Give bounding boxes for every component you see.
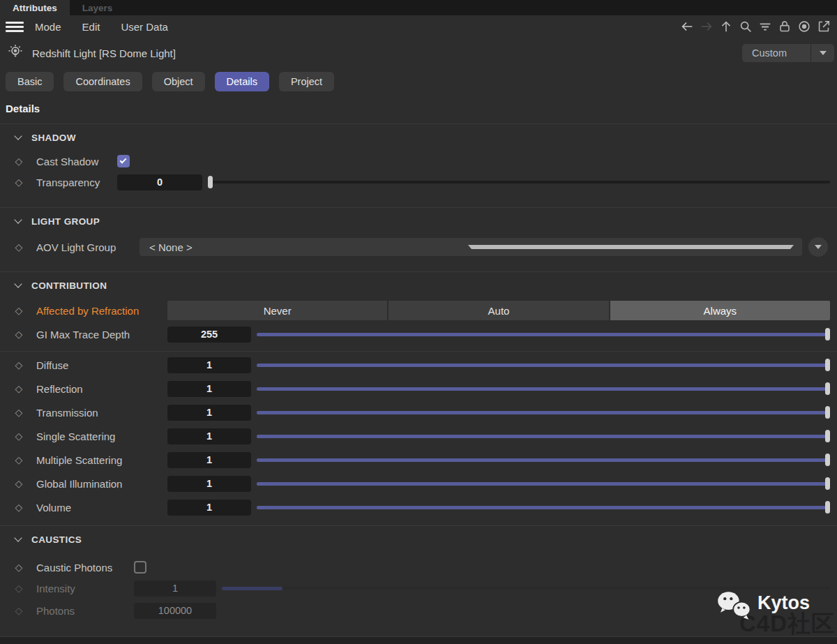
open-in-new-icon[interactable] bbox=[816, 19, 831, 34]
volume-slider[interactable] bbox=[257, 500, 830, 514]
parameter-label: Cast Shadow bbox=[36, 156, 117, 167]
menu-mode[interactable]: Mode bbox=[35, 21, 61, 33]
menu-user-data[interactable]: User Data bbox=[121, 21, 168, 33]
keyframe-diamond-icon[interactable]: ◇ bbox=[14, 502, 24, 512]
cast-shadow-checkbox[interactable] bbox=[117, 155, 130, 167]
aov-options-button[interactable] bbox=[808, 237, 828, 257]
tab-attributes[interactable]: Attributes bbox=[0, 0, 70, 15]
section-title: CONTRIBUTION bbox=[31, 280, 107, 291]
section-header-contribution[interactable]: CONTRIBUTION bbox=[0, 272, 837, 292]
diffuse-slider[interactable] bbox=[257, 358, 830, 372]
section-caustics: CAUSTICS ◇ Caustic Photons ◇ Intensity 1… bbox=[0, 525, 837, 636]
slider-handle[interactable] bbox=[825, 382, 830, 395]
parameter-label: Diffuse bbox=[36, 359, 167, 371]
row-aov-light-group: ◇ AOV Light Group < None > bbox=[0, 237, 837, 257]
row-caustic-photons: ◇ Caustic Photons bbox=[0, 557, 837, 577]
global-illumination-slider[interactable] bbox=[257, 477, 830, 491]
tab-basic[interactable]: Basic bbox=[6, 72, 54, 91]
search-icon[interactable] bbox=[738, 19, 753, 34]
segment-auto[interactable]: Auto bbox=[389, 301, 608, 320]
parameter-label: Intensity bbox=[36, 583, 134, 594]
keyframe-diamond-icon[interactable]: ◇ bbox=[14, 455, 24, 465]
keyframe-diamond-icon[interactable]: ◇ bbox=[14, 156, 24, 166]
row-intensity: ◇ Intensity 1 bbox=[0, 577, 837, 599]
tab-layers[interactable]: Layers bbox=[70, 0, 126, 15]
hamburger-menu-icon[interactable] bbox=[6, 22, 24, 32]
parameter-label: Multiple Scattering bbox=[36, 454, 167, 466]
keyframe-diamond-icon[interactable]: ◇ bbox=[14, 479, 24, 488]
preset-dropdown[interactable]: Custom bbox=[742, 44, 834, 62]
filter-icon[interactable] bbox=[757, 19, 773, 34]
keyframe-diamond-icon[interactable]: ◇ bbox=[14, 177, 24, 187]
aov-light-group-dropdown[interactable]: < None > bbox=[140, 238, 802, 256]
slider-handle[interactable] bbox=[208, 176, 213, 188]
single-scattering-slider[interactable] bbox=[257, 429, 830, 443]
reflection-field[interactable]: 1 bbox=[167, 381, 251, 397]
field-value: 1 bbox=[206, 502, 212, 513]
back-icon[interactable] bbox=[679, 19, 695, 34]
transmission-field[interactable]: 1 bbox=[167, 405, 251, 421]
row-gi-max-trace-depth: ◇ GI Max Trace Depth 255 bbox=[0, 324, 837, 344]
tab-object[interactable]: Object bbox=[152, 72, 205, 91]
parameter-label: AOV Light Group bbox=[36, 241, 140, 253]
preset-value: Custom bbox=[742, 44, 810, 62]
section-light-group: LIGHT GROUP ◇ AOV Light Group < None > bbox=[0, 207, 837, 271]
diffuse-field[interactable]: 1 bbox=[167, 357, 251, 373]
reflection-slider[interactable] bbox=[257, 382, 830, 396]
slider-handle[interactable] bbox=[825, 359, 830, 371]
keyframe-diamond-icon: ◇ bbox=[14, 583, 24, 593]
tab-coordinates[interactable]: Coordinates bbox=[63, 72, 142, 91]
dome-light-icon bbox=[6, 42, 25, 64]
row-transmission: ◇ Transmission 1 bbox=[0, 400, 837, 424]
parameter-label: Affected by Refraction bbox=[36, 305, 167, 317]
keyframe-diamond-icon[interactable]: ◇ bbox=[14, 384, 24, 394]
chevron-down-icon[interactable] bbox=[810, 44, 834, 62]
single-scattering-field[interactable]: 1 bbox=[167, 428, 251, 444]
keyframe-diamond-icon[interactable]: ◇ bbox=[14, 431, 24, 441]
record-icon[interactable] bbox=[797, 19, 812, 34]
section-title: SHADOW bbox=[31, 133, 76, 143]
keyframe-diamond-icon[interactable]: ◇ bbox=[14, 306, 24, 315]
tab-project[interactable]: Project bbox=[279, 72, 334, 91]
gi-max-trace-depth-field[interactable]: 255 bbox=[167, 327, 251, 343]
field-value: 1 bbox=[206, 454, 212, 465]
parameter-label: Volume bbox=[36, 502, 167, 514]
gi-max-trace-depth-slider[interactable] bbox=[257, 327, 830, 341]
section-header-shadow[interactable]: SHADOW bbox=[0, 124, 837, 144]
forward-icon[interactable] bbox=[699, 19, 714, 34]
field-value: 0 bbox=[157, 177, 163, 188]
keyframe-diamond-icon[interactable]: ◇ bbox=[14, 329, 24, 339]
segment-always[interactable]: Always bbox=[610, 301, 830, 320]
transparency-slider[interactable] bbox=[208, 175, 830, 189]
tab-details[interactable]: Details bbox=[215, 72, 269, 91]
keyframe-diamond-icon[interactable]: ◇ bbox=[14, 360, 24, 370]
field-value: 1 bbox=[206, 478, 212, 489]
volume-field[interactable]: 1 bbox=[167, 500, 251, 516]
up-arrow-icon[interactable] bbox=[718, 19, 734, 34]
global-illumination-field[interactable]: 1 bbox=[167, 476, 251, 492]
lock-icon[interactable] bbox=[777, 19, 792, 34]
divider bbox=[0, 351, 837, 352]
slider-handle[interactable] bbox=[825, 406, 830, 419]
intensity-field: 1 bbox=[134, 581, 216, 597]
slider-handle[interactable] bbox=[825, 430, 830, 442]
section-header-light-group[interactable]: LIGHT GROUP bbox=[0, 208, 837, 228]
section-shadow: SHADOW ◇ Cast Shadow ◇ Transparency 0 bbox=[0, 123, 837, 207]
slider-handle[interactable] bbox=[825, 328, 830, 340]
keyframe-diamond-icon[interactable]: ◇ bbox=[14, 407, 24, 417]
keyframe-diamond-icon[interactable]: ◇ bbox=[14, 562, 24, 572]
caustic-photons-checkbox[interactable] bbox=[134, 561, 146, 574]
transmission-slider[interactable] bbox=[257, 405, 830, 419]
segment-never[interactable]: Never bbox=[167, 301, 387, 320]
field-value: 1 bbox=[206, 430, 212, 442]
multiple-scattering-field[interactable]: 1 bbox=[167, 452, 251, 468]
slider-handle[interactable] bbox=[825, 477, 830, 490]
multiple-scattering-slider[interactable] bbox=[257, 453, 830, 467]
keyframe-diamond-icon[interactable]: ◇ bbox=[14, 242, 24, 252]
transparency-field[interactable]: 0 bbox=[117, 174, 202, 190]
section-header-caustics[interactable]: CAUSTICS bbox=[0, 526, 837, 546]
keyframe-diamond-icon: ◇ bbox=[14, 606, 24, 615]
menu-edit[interactable]: Edit bbox=[82, 21, 100, 33]
slider-handle[interactable] bbox=[825, 454, 830, 466]
slider-handle[interactable] bbox=[825, 501, 830, 514]
